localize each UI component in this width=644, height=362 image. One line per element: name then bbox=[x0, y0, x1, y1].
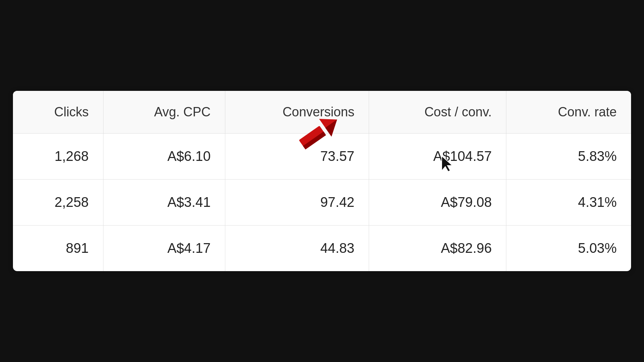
cell-avg-cpc-3: A$4.17 bbox=[103, 226, 225, 272]
cell-clicks-3: 891 bbox=[13, 226, 103, 272]
cell-avg-cpc-1: A$6.10 bbox=[103, 134, 225, 180]
cell-cost-conv-1: A$104.57 bbox=[369, 134, 506, 180]
cell-cost-conv-2: A$79.08 bbox=[369, 180, 506, 226]
cell-conversions-2: 97.42 bbox=[225, 180, 369, 226]
cell-clicks-1: 1,268 bbox=[13, 134, 103, 180]
table-row: 2,258 A$3.41 97.42 A$79.08 4.31% bbox=[13, 180, 631, 226]
cell-cost-conv-3: A$82.96 bbox=[369, 226, 506, 272]
cell-avg-cpc-2: A$3.41 bbox=[103, 180, 225, 226]
header-clicks: Clicks bbox=[13, 91, 103, 134]
table-row: 891 A$4.17 44.83 A$82.96 5.03% bbox=[13, 226, 631, 272]
data-table: Clicks Avg. CPC Conversions Cost / conv.… bbox=[13, 91, 631, 271]
header-conv-rate: Conv. rate bbox=[506, 91, 631, 134]
table-row: 1,268 A$6.10 bbox=[13, 134, 631, 180]
cell-clicks-2: 2,258 bbox=[13, 180, 103, 226]
cell-conv-rate-1: 5.83% bbox=[506, 134, 631, 180]
cell-conversions-3: 44.83 bbox=[225, 226, 369, 272]
cell-conv-rate-3: 5.03% bbox=[506, 226, 631, 272]
svg-rect-2 bbox=[303, 131, 326, 149]
cell-conversions-1: 73.57 bbox=[225, 134, 369, 180]
cell-conv-rate-2: 4.31% bbox=[506, 180, 631, 226]
header-conversions: Conversions bbox=[225, 91, 369, 134]
header-avg-cpc: Avg. CPC bbox=[103, 91, 225, 134]
header-cost-conv: Cost / conv. bbox=[369, 91, 506, 134]
